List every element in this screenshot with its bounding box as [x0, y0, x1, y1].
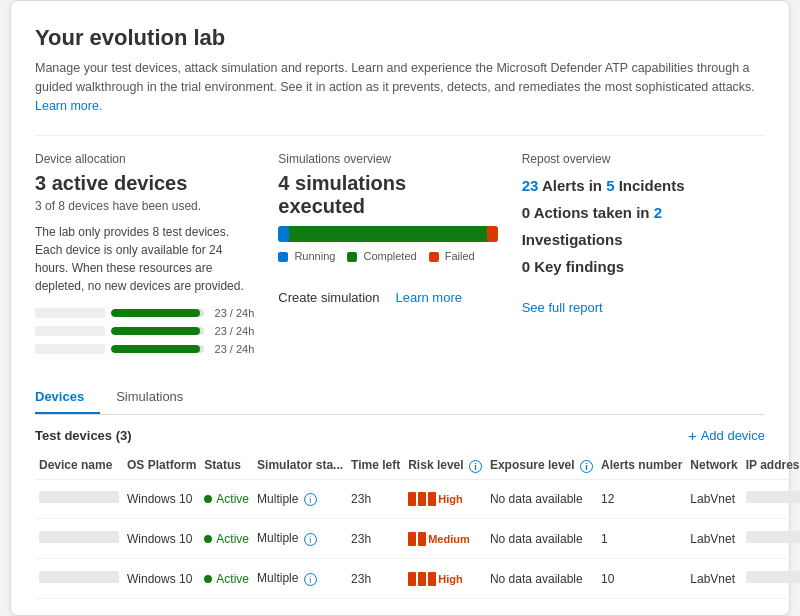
- risk-label: High: [438, 573, 462, 585]
- info-icon[interactable]: i: [304, 533, 317, 546]
- device-bar-label: [35, 308, 105, 318]
- cell-alerts: 10: [597, 559, 686, 599]
- report-label: Repost overview: [522, 152, 741, 166]
- info-icon[interactable]: i: [580, 460, 593, 473]
- info-icon[interactable]: i: [304, 573, 317, 586]
- device-bar-fill: [111, 327, 200, 335]
- cell-risk-level: Medium: [404, 519, 486, 559]
- sim-bar-completed: [289, 226, 486, 242]
- device-bar-label: [35, 326, 105, 336]
- report-section: Repost overview 23 Alerts in 5 Incidents…: [522, 152, 765, 361]
- tab-devices[interactable]: Devices: [35, 381, 100, 414]
- cell-exposure: No data available: [486, 519, 597, 559]
- risk-block: [418, 492, 426, 506]
- cell-sim-status: Multiple i: [253, 559, 347, 599]
- device-allocation-sub: 3 of 8 devices have been used.: [35, 199, 254, 213]
- report-alerts-line: 23 Alerts in 5 Incidents: [522, 172, 741, 199]
- info-icon[interactable]: i: [304, 493, 317, 506]
- device-bar-label: [35, 344, 105, 354]
- status-active: Active: [204, 532, 249, 546]
- status-active: Active: [204, 492, 249, 506]
- cell-os: Windows 10: [123, 479, 200, 519]
- sim-bar-failed: [487, 226, 498, 242]
- table-row: Windows 10ActiveMultiple i23hHighNo data…: [35, 559, 800, 599]
- cell-os: Windows 10: [123, 519, 200, 559]
- cell-sim-status: Multiple i: [253, 519, 347, 559]
- device-bar-track: [111, 327, 204, 335]
- cell-risk-level: High: [404, 479, 486, 519]
- incidents-label: Incidents: [619, 177, 685, 194]
- legend-running: Running: [278, 250, 335, 262]
- see-full-report-link[interactable]: See full report: [522, 300, 741, 315]
- sim-actions: Create simulation Learn more: [278, 290, 497, 305]
- add-device-label: Add device: [701, 428, 765, 443]
- cell-exposure: No data available: [486, 479, 597, 519]
- table-row: Windows 10ActiveMultiple i23hHighNo data…: [35, 479, 800, 519]
- risk-block: [408, 572, 416, 586]
- tabs-row: DevicesSimulations: [35, 381, 765, 415]
- cell-alerts: 12: [597, 479, 686, 519]
- device-allocation-section: Device allocation 3 active devices 3 of …: [35, 152, 278, 361]
- create-simulation-label: Create simulation: [278, 290, 379, 305]
- device-bar-count: 23 / 24h: [210, 343, 254, 355]
- table-header-row: Test devices (3) + Add device: [35, 427, 765, 444]
- cell-ip: [742, 559, 800, 599]
- cell-time-left: 23h: [347, 519, 404, 559]
- learn-more-link[interactable]: Learn more.: [35, 99, 102, 113]
- cell-status: Active: [200, 479, 253, 519]
- actions-count: 0: [522, 204, 530, 221]
- ip-placeholder: [746, 491, 800, 503]
- cell-status: Active: [200, 519, 253, 559]
- sim-legend: Running Completed Failed: [278, 250, 497, 262]
- device-bar-count: 23 / 24h: [210, 307, 254, 319]
- device-name-placeholder: [39, 571, 119, 583]
- cell-device-name: [35, 519, 123, 559]
- device-bar-fill: [111, 345, 200, 353]
- device-bar-count: 23 / 24h: [210, 325, 254, 337]
- col-header-6: Exposure level i: [486, 452, 597, 479]
- col-header-1: OS Platform: [123, 452, 200, 479]
- device-name-placeholder: [39, 491, 119, 503]
- risk-block: [428, 572, 436, 586]
- devices-table: Device nameOS PlatformStatusSimulator st…: [35, 452, 800, 599]
- green-dot: [204, 495, 212, 503]
- col-header-9: IP address: [742, 452, 800, 479]
- device-allocation-label: Device allocation: [35, 152, 254, 166]
- device-allocation-desc: The lab only provides 8 test devices. Ea…: [35, 223, 254, 295]
- green-dot: [204, 575, 212, 583]
- status-active: Active: [204, 572, 249, 586]
- report-actions-line: 0 Actions taken in 2 Investigations: [522, 199, 741, 253]
- col-header-0: Device name: [35, 452, 123, 479]
- risk-indicator: High: [408, 492, 482, 506]
- page-subtitle: Manage your test devices, attack simulat…: [35, 59, 765, 115]
- device-bar-track: [111, 345, 204, 353]
- legend-running-dot: [278, 252, 288, 262]
- device-bars: 23 / 24h 23 / 24h 23 / 24h: [35, 307, 254, 355]
- status-label: Active: [216, 492, 249, 506]
- sim-learn-more-link[interactable]: Learn more: [395, 290, 461, 305]
- legend-completed-dot: [347, 252, 357, 262]
- cell-risk-level: High: [404, 559, 486, 599]
- ip-placeholder: [746, 571, 800, 583]
- device-bar-row: 23 / 24h: [35, 307, 254, 319]
- cell-device-name: [35, 559, 123, 599]
- table-head: Device nameOS PlatformStatusSimulator st…: [35, 452, 800, 479]
- green-dot: [204, 535, 212, 543]
- status-label: Active: [216, 532, 249, 546]
- legend-completed: Completed: [347, 250, 416, 262]
- info-icon[interactable]: i: [469, 460, 482, 473]
- report-findings-line: 0 Key findings: [522, 253, 741, 280]
- add-device-button[interactable]: + Add device: [688, 427, 765, 444]
- table-header-row-tr: Device nameOS PlatformStatusSimulator st…: [35, 452, 800, 479]
- col-header-8: Network: [686, 452, 741, 479]
- risk-block: [428, 492, 436, 506]
- device-bar-track: [111, 309, 204, 317]
- sim-bar-running: [278, 226, 289, 242]
- cell-device-name: [35, 479, 123, 519]
- tab-simulations[interactable]: Simulations: [116, 381, 199, 414]
- device-bar-fill: [111, 309, 200, 317]
- status-label: Active: [216, 572, 249, 586]
- device-name-placeholder: [39, 531, 119, 543]
- risk-block: [408, 492, 416, 506]
- risk-indicator: High: [408, 572, 482, 586]
